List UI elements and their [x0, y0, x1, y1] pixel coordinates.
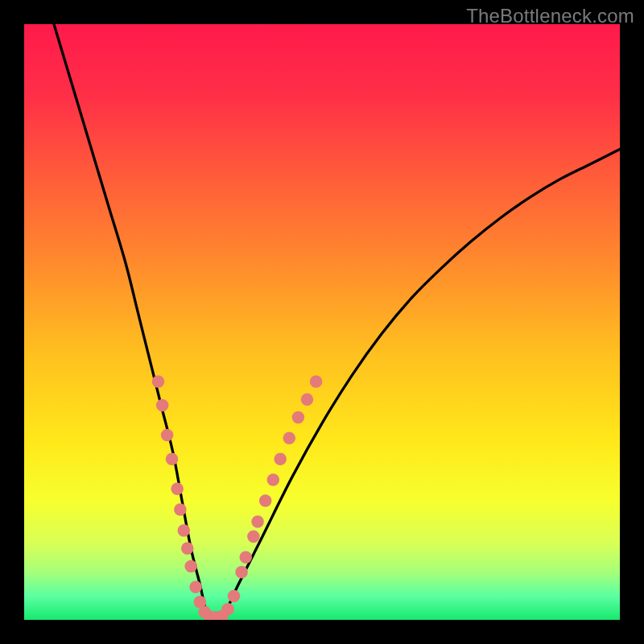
marker-dot	[181, 542, 194, 555]
marker-dot	[189, 581, 202, 594]
marker-dot	[240, 551, 253, 564]
marker-dot	[221, 603, 234, 616]
plot-area	[24, 24, 620, 620]
marker-dot	[251, 515, 264, 528]
marker-dot	[235, 566, 248, 579]
highlight-dots	[152, 375, 323, 620]
marker-dot	[283, 432, 296, 445]
marker-dot	[174, 503, 187, 516]
bottleneck-curve	[54, 24, 620, 620]
chart-frame: TheBottleneck.com	[0, 0, 644, 644]
watermark-text: TheBottleneck.com	[466, 5, 634, 27]
marker-dot	[156, 399, 169, 412]
marker-dot	[292, 411, 305, 424]
marker-dot	[247, 530, 260, 543]
marker-dot	[178, 524, 191, 537]
marker-dot	[259, 494, 272, 507]
marker-dot	[310, 375, 323, 388]
marker-dot	[267, 473, 280, 486]
marker-dot	[166, 452, 179, 465]
marker-dot	[274, 452, 287, 465]
marker-dot	[301, 393, 314, 406]
curve-layer	[24, 24, 620, 620]
marker-dot	[152, 375, 165, 388]
marker-dot	[161, 429, 174, 442]
marker-dot	[171, 482, 184, 495]
marker-dot	[228, 590, 241, 603]
marker-dot	[184, 560, 197, 573]
